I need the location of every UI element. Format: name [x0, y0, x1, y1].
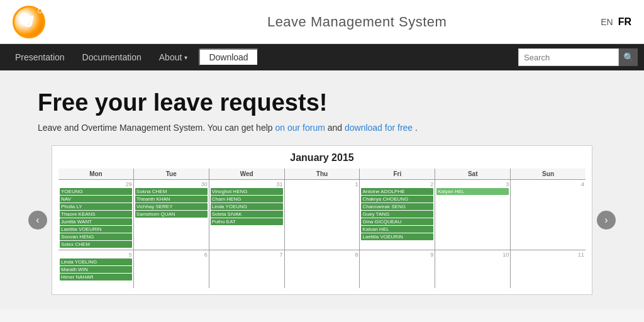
hero-subtitle: Leave and Overtime Management System. Yo… [38, 123, 606, 133]
search-input[interactable] [518, 48, 619, 66]
cal-bar: Linda YOEUNG [211, 203, 283, 210]
cal-cell-number: 11 [512, 252, 584, 258]
cal-bar: Junitta WANT [60, 218, 132, 225]
cal-bar: Vinoghot HENG [211, 188, 283, 195]
cal-bar: Guey TANG [361, 211, 433, 218]
cal-header-tue: Tue [134, 169, 209, 179]
hero-download-link[interactable]: download for free [345, 123, 413, 133]
search-area: 🔍 [518, 48, 638, 66]
cal-bar: Channareak SENG [361, 203, 433, 210]
cal-cell-jan8: 8 [285, 250, 360, 288]
cal-bar: Soovan HENG [60, 233, 132, 240]
cal-header-thu: Thu [285, 169, 360, 179]
cal-cell-number: 31 [211, 181, 283, 187]
cal-bar: Laetitia VOEURIN [361, 233, 433, 240]
chevron-down-icon: ▾ [184, 54, 187, 61]
calendar-next-button[interactable]: › [597, 211, 616, 230]
nav-documentation[interactable]: Documentation [74, 44, 150, 70]
cal-cell-number: 6 [135, 252, 208, 258]
calendar-title: January 2015 [58, 152, 586, 164]
cal-bar: Solex CHEM [60, 241, 132, 248]
cal-cell-jan6: 6 [134, 250, 209, 288]
hero-forum-link[interactable]: on our forum [275, 123, 325, 133]
cal-bar: Linda YOELING [60, 258, 132, 265]
cal-cell-dec29: 29 YOEUNG NAV Pholla LY Thaore KEANS Jun… [58, 180, 133, 250]
cal-cell-jan7: 7 [209, 250, 284, 288]
cal-cell-jan3: 3 Kalyan HEL [435, 180, 510, 250]
cal-bar: Samshorn QUAN [135, 211, 208, 218]
lang-en[interactable]: EN [601, 17, 613, 27]
calendar-prev-button[interactable]: ‹ [28, 211, 47, 230]
cal-cell-jan5: 5 Linda YOELING Marath WIN Himer NAHAR [58, 250, 133, 288]
site-title: Leave Management System [113, 14, 601, 30]
hero-subtitle-end: . [415, 123, 418, 133]
cal-cell-jan1: 1 [285, 180, 360, 250]
cal-bar: Thaore KEANS [60, 211, 132, 218]
lang-fr[interactable]: FR [618, 16, 631, 28]
cal-bar: Theanth KHAN [135, 196, 208, 203]
language-switcher: EN FR [601, 16, 631, 28]
cal-bar: NAV [60, 196, 132, 203]
cal-cell-number: 4 [512, 181, 584, 187]
cal-header-mon: Mon [58, 169, 133, 179]
logo: J [13, 6, 45, 38]
cal-cell-dec31: 31 Vinoghot HENG Cham HENG Linda YOEUNG … [209, 180, 284, 250]
cal-bar: Kalvan HEL [361, 226, 433, 233]
calendar-grid: Mon Tue Wed Thu Fri Sat Sun 29 YOEUNG NA… [58, 169, 586, 288]
cal-cell-number: 1 [286, 181, 358, 187]
cal-bar: Sotela SIVAK [211, 211, 283, 218]
cal-bar: Sokna CHEM [135, 188, 208, 195]
cal-header-sun: Sun [511, 169, 586, 179]
cal-cell-number: 2 [361, 181, 433, 187]
nav-items: Presentation Documentation About ▾ Downl… [6, 44, 518, 70]
cal-cell-number: 7 [211, 252, 283, 258]
cal-cell-jan9: 9 [360, 250, 435, 288]
top-bar: J Leave Management System EN FR [0, 0, 644, 44]
logo-letter: J [25, 12, 33, 31]
hero-subtitle-pre: Leave and Overtime Management System. Yo… [38, 123, 275, 133]
navbar: Presentation Documentation About ▾ Downl… [0, 44, 644, 70]
cal-bar: Marath WIN [60, 266, 132, 273]
cal-bar: YOEUNG [60, 188, 132, 195]
cal-header-fri: Fri [360, 169, 435, 179]
cal-bar: Laetitia VOEURIN [60, 226, 132, 233]
cal-bar: Antoine ADOLPHE [361, 188, 433, 195]
cal-cell-number: 10 [436, 252, 509, 258]
cal-bar: Pholla LY [60, 203, 132, 210]
cal-cell-number: 30 [135, 181, 208, 187]
search-button[interactable]: 🔍 [619, 48, 638, 66]
cal-cell-dec30: 30 Sokna CHEM Theanth KHAN Vichhay SEREY… [134, 180, 209, 250]
nav-download-button[interactable]: Download [199, 48, 258, 66]
cal-cell-number: 8 [286, 252, 358, 258]
cal-header-sat: Sat [435, 169, 510, 179]
cal-cell-jan4: 4 [511, 180, 586, 250]
hero-subtitle-mid: and [328, 123, 345, 133]
logo-dot [38, 9, 42, 13]
hero-title: Free your leave requests! [38, 89, 606, 116]
cal-bar: Himer NAHAR [60, 274, 132, 280]
calendar-container: January 2015 Mon Tue Wed Thu Fri Sat Sun… [52, 145, 592, 295]
nav-presentation[interactable]: Presentation [6, 44, 74, 70]
main-content: Free your leave requests! Leave and Over… [0, 70, 644, 309]
cal-bar: Putho EAT [211, 218, 283, 225]
cal-cell-number: 29 [60, 181, 132, 187]
cal-cell-number: 3 [436, 181, 509, 187]
cal-bar: Kalyan HEL [436, 188, 509, 195]
cal-bar: Vichhay SEREY [135, 203, 208, 210]
search-icon: 🔍 [623, 52, 634, 62]
cal-cell-jan10: 10 [435, 250, 510, 288]
cal-bar: Chakrya CHOEUNG [361, 196, 433, 203]
cal-bar: Gina GICQUEAU [361, 218, 433, 225]
nav-about[interactable]: About ▾ [150, 44, 197, 70]
cal-bar: Cham HENG [211, 196, 283, 203]
calendar-wrapper: ‹ January 2015 Mon Tue Wed Thu Fri Sat S… [38, 145, 606, 295]
cal-cell-number: 9 [361, 252, 433, 258]
logo-area: J [13, 6, 113, 38]
cal-cell-number: 5 [60, 252, 132, 258]
cal-cell-jan2: 2 Antoine ADOLPHE Chakrya CHOEUNG Channa… [360, 180, 435, 250]
nav-about-label: About [159, 52, 182, 62]
cal-header-wed: Wed [209, 169, 284, 179]
cal-cell-jan11: 11 [511, 250, 586, 288]
